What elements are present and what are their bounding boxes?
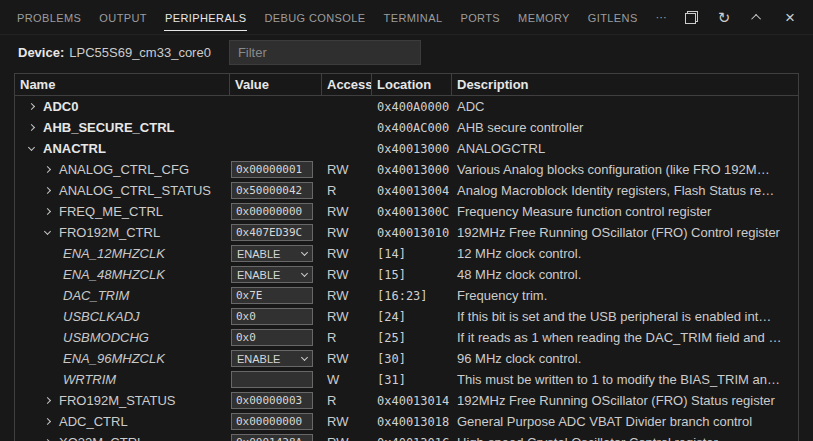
value-input[interactable] xyxy=(231,329,313,346)
chevron-right-icon[interactable] xyxy=(28,124,35,131)
access-value xyxy=(321,117,371,138)
chevron-up-icon xyxy=(751,13,761,23)
table-row[interactable]: AHB_SECURE_CTRL0x400AC000AHB secure cont… xyxy=(15,117,798,138)
chevron-right-icon[interactable] xyxy=(44,418,51,425)
value-input[interactable] xyxy=(231,182,313,199)
description-value: 192MHz Free Running OScillator (FRO) Sta… xyxy=(451,390,798,411)
value-input[interactable] xyxy=(231,287,313,304)
name-cell: USBCLKADJ xyxy=(15,306,229,327)
chevron-right-icon[interactable] xyxy=(44,187,51,194)
value-cell xyxy=(229,285,321,306)
maximize-panel-button[interactable] xyxy=(748,8,766,26)
description-value: High-speed Crystal Oscillator Control re… xyxy=(451,432,798,441)
name-cell: ENA_12MHZCLK xyxy=(15,243,229,264)
name-cell: ADC_CTRL xyxy=(15,411,229,432)
value-input[interactable] xyxy=(231,308,313,325)
value-cell xyxy=(229,369,321,390)
access-value: R xyxy=(321,327,371,348)
refresh-button[interactable]: ↻ xyxy=(715,8,733,26)
access-value: RW xyxy=(321,348,371,369)
close-panel-button[interactable]: × xyxy=(781,8,799,26)
split-panel-icon xyxy=(685,11,698,24)
value-input[interactable] xyxy=(231,434,313,441)
table-row[interactable]: ADC_CTRLRW0x40013018General Purpose ADC … xyxy=(15,411,798,432)
location-value: [31] xyxy=(371,369,451,390)
table-header: NameValueAccessLocationDescription xyxy=(15,74,798,96)
name-cell: ANALOG_CTRL_CFG xyxy=(15,159,229,180)
access-value: R xyxy=(321,180,371,201)
description-value: Analog Macroblock Identity registers, Fl… xyxy=(451,180,798,201)
tab-problems[interactable]: PROBLEMS xyxy=(16,5,82,31)
access-value: RW xyxy=(321,285,371,306)
table-row[interactable]: ANALOG_CTRL_STATUSR0x40013004Analog Macr… xyxy=(15,180,798,201)
chevron-down-icon[interactable] xyxy=(28,143,35,150)
table-row[interactable]: DAC_TRIMRW[16:23]Frequency trim. xyxy=(15,285,798,306)
value-cell xyxy=(229,96,321,117)
table-row[interactable]: FRO192M_STATUSR0x40013014192MHz Free Run… xyxy=(15,390,798,411)
table-row[interactable]: ANALOG_CTRL_CFGRW0x40013000Various Analo… xyxy=(15,159,798,180)
panel-tab-bar: PROBLEMSOUTPUTPERIPHERALSDEBUG CONSOLETE… xyxy=(0,0,813,35)
value-select-label: ENABLE xyxy=(237,269,280,281)
table-row[interactable]: ENA_48MHZCLKENABLERW[15]48 MHz clock con… xyxy=(15,264,798,285)
table-row[interactable]: ADC00x400A0000ADC xyxy=(15,96,798,117)
value-select[interactable]: ENABLE xyxy=(231,350,313,367)
chevron-right-icon[interactable] xyxy=(44,397,51,404)
table-row[interactable]: FRO192M_CTRLRW0x40013010192MHz Free Runn… xyxy=(15,222,798,243)
value-input[interactable] xyxy=(231,392,313,409)
name-cell: ANALOG_CTRL_STATUS xyxy=(15,180,229,201)
value-cell xyxy=(229,222,321,243)
location-value: 0x4001300C xyxy=(371,201,451,222)
value-input[interactable] xyxy=(231,224,313,241)
value-input[interactable] xyxy=(231,413,313,430)
tab-ports[interactable]: PORTS xyxy=(459,5,501,31)
chevron-right-icon[interactable] xyxy=(44,166,51,173)
table-row[interactable]: FREQ_ME_CTRLRW0x4001300CFrequency Measur… xyxy=(15,201,798,222)
table-row[interactable]: USBMODCHGR[25]If it reads as 1 when read… xyxy=(15,327,798,348)
tab-peripherals[interactable]: PERIPHERALS xyxy=(164,5,247,31)
table-row[interactable]: ENA_12MHZCLKENABLERW[14]12 MHz clock con… xyxy=(15,243,798,264)
tab-gitlens[interactable]: GITLENS xyxy=(587,5,639,31)
description-value: If this bit is set and the USB periphera… xyxy=(451,306,798,327)
chevron-down-icon xyxy=(301,248,308,255)
chevron-down-icon[interactable] xyxy=(44,227,51,234)
location-value: 0x40013014 xyxy=(371,390,451,411)
panel-actions: ↻ × xyxy=(682,0,805,34)
panel-tabs: PROBLEMSOUTPUTPERIPHERALSDEBUG CONSOLETE… xyxy=(8,0,676,34)
value-select[interactable]: ENABLE xyxy=(231,266,313,283)
tab-more-views[interactable]: ⋯ xyxy=(655,5,668,31)
value-select[interactable]: ENABLE xyxy=(231,245,313,262)
table-row[interactable]: ENA_96MHZCLKENABLERW[30]96 MHz clock con… xyxy=(15,348,798,369)
location-value: [15] xyxy=(371,264,451,285)
tab-memory[interactable]: MEMORY xyxy=(517,5,571,31)
name-cell: FRO192M_CTRL xyxy=(15,222,229,243)
description-value: ADC xyxy=(451,96,798,117)
location-value: [16:23] xyxy=(371,285,451,306)
chevron-right-icon[interactable] xyxy=(44,208,51,215)
tab-debug-console[interactable]: DEBUG CONSOLE xyxy=(263,5,366,31)
table-row[interactable]: WRTRIMW[31]This must be written to 1 to … xyxy=(15,369,798,390)
name-cell: FREQ_ME_CTRL xyxy=(15,201,229,222)
filter-input[interactable] xyxy=(229,40,421,65)
split-panel-button[interactable] xyxy=(682,8,700,26)
value-cell xyxy=(229,432,321,441)
register-name: XO32M_CTRL xyxy=(59,435,144,441)
register-name: ADC0 xyxy=(43,99,78,114)
table-row[interactable]: ANACTRL0x40013000ANALOGCTRL xyxy=(15,138,798,159)
value-input[interactable] xyxy=(231,371,313,388)
name-cell: ANACTRL xyxy=(15,138,229,159)
description-value: 48 MHz clock control. xyxy=(451,264,798,285)
field-name: ENA_96MHZCLK xyxy=(63,351,165,366)
value-input[interactable] xyxy=(231,161,313,178)
table-row[interactable]: USBCLKADJRW[24]If this bit is set and th… xyxy=(15,306,798,327)
table-row[interactable]: XO32M_CTRLRW0x4001301CHigh-speed Crystal… xyxy=(15,432,798,441)
description-value: Various Analog blocks configuration (lik… xyxy=(451,159,798,180)
tab-terminal[interactable]: TERMINAL xyxy=(383,5,444,31)
field-name: ENA_12MHZCLK xyxy=(63,246,165,261)
tab-output[interactable]: OUTPUT xyxy=(98,5,148,31)
access-value xyxy=(321,96,371,117)
value-input[interactable] xyxy=(231,203,313,220)
access-value: RW xyxy=(321,159,371,180)
chevron-right-icon[interactable] xyxy=(28,103,35,110)
name-cell: XO32M_CTRL xyxy=(15,432,229,441)
field-name: USBMODCHG xyxy=(63,330,149,345)
